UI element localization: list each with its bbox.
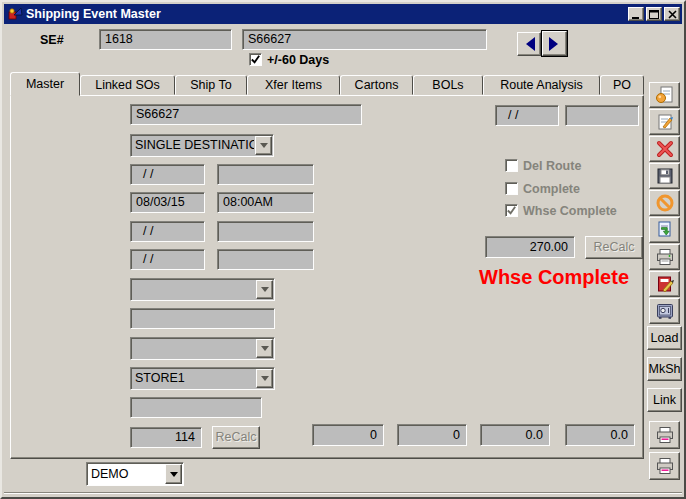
estimated-value-field[interactable]: 270.00 <box>485 236 575 258</box>
on-site-date-field[interactable]: / / <box>130 249 205 270</box>
del-route-checkbox[interactable] <box>505 159 518 172</box>
previous-record-button[interactable] <box>517 32 541 56</box>
new-note-icon <box>655 85 675 105</box>
maximize-icon <box>649 10 659 19</box>
truck-type-combo[interactable] <box>130 337 275 360</box>
whse-complete-label: Whse Complete <box>523 204 617 218</box>
chevron-down-icon <box>261 346 269 355</box>
red-notebook-pen-icon <box>655 274 675 294</box>
safe-icon <box>655 301 675 321</box>
arrow-right-icon <box>549 37 565 51</box>
check-icon <box>250 54 261 65</box>
whse-complete-status-banner: Whse Complete <box>479 266 629 289</box>
current-cubes-field[interactable]: 0.0 <box>565 424 635 446</box>
type-combo[interactable]: SINGLE DESTINATION <box>130 134 274 157</box>
estimated-value-recalc-button[interactable]: ReCalc <box>585 236 643 259</box>
tab-po[interactable]: PO <box>600 75 644 95</box>
print-button[interactable] <box>649 244 680 270</box>
link-button[interactable]: Link <box>647 388 682 412</box>
tab-bols[interactable]: BOLs <box>413 75 483 95</box>
cancel-button[interactable] <box>649 190 680 216</box>
close-icon <box>668 10 677 19</box>
se-name-field[interactable]: S66627 <box>130 104 362 125</box>
actual-ship-time-field[interactable] <box>565 105 639 126</box>
shipping-event-master-window: Shipping Event Master SE# 1618 S66627 +/… <box>0 0 686 499</box>
whse-complete-checkbox[interactable] <box>505 204 518 217</box>
tab-route-analysis[interactable]: Route Analysis <box>483 75 600 95</box>
load-time-field[interactable]: 08:00AM <box>217 192 314 213</box>
warehouse-combo-value: STORE1 <box>135 369 255 387</box>
printer-icon <box>655 425 675 445</box>
print-report-button-2[interactable] <box>649 452 680 480</box>
cutoff-date-field[interactable]: / / <box>130 164 205 185</box>
pickup-date-field[interactable]: / / <box>130 221 205 242</box>
days-range-label: +/-60 Days <box>267 53 329 67</box>
chevron-down-icon <box>261 287 269 296</box>
printer-icon <box>655 456 675 476</box>
bottom-divider <box>4 492 682 494</box>
cancel-circle-icon <box>655 193 675 213</box>
import-button[interactable] <box>649 217 680 243</box>
warehouse-combo-arrow[interactable] <box>256 369 273 388</box>
cid-combo-value: DEMO <box>91 465 164 483</box>
save-button[interactable] <box>649 163 680 189</box>
close-button[interactable] <box>664 7 680 21</box>
ship-via-combo-arrow[interactable] <box>256 280 273 299</box>
chevron-down-icon <box>261 376 269 385</box>
type-combo-value: SINGLE DESTINATION <box>135 136 254 154</box>
tab-linked-sos[interactable]: Linked SOs <box>80 75 175 95</box>
days-range-checkbox[interactable] <box>249 53 262 66</box>
se-number-field[interactable]: 1618 <box>99 29 232 50</box>
chevron-down-icon <box>260 143 268 152</box>
maximize-button[interactable] <box>646 7 662 21</box>
delete-x-icon <box>655 139 675 159</box>
minimize-icon <box>631 10 641 19</box>
edit-button[interactable] <box>649 109 680 135</box>
estimated-lbs-recalc-button[interactable]: ReCalc <box>212 426 260 449</box>
type-combo-arrow[interactable] <box>255 136 272 155</box>
import-doc-icon <box>655 220 675 240</box>
check-icon <box>506 205 517 216</box>
max-cubes-field[interactable]: 0.0 <box>480 424 550 446</box>
load-button[interactable]: Load <box>647 326 682 350</box>
tab-cartons[interactable]: Cartons <box>340 75 413 95</box>
se-name-search-field[interactable]: S66627 <box>242 29 487 50</box>
truck-type-combo-arrow[interactable] <box>256 339 273 358</box>
warehouse-combo[interactable]: STORE1 <box>130 367 275 390</box>
pickup-time-field[interactable] <box>217 221 314 242</box>
cid-combo-arrow[interactable] <box>165 464 182 484</box>
title-bar[interactable]: Shipping Event Master <box>4 4 682 24</box>
sales-order-field[interactable] <box>130 397 262 418</box>
complete-checkbox[interactable] <box>505 182 518 195</box>
current-lbs-field[interactable]: 0 <box>397 424 467 446</box>
chevron-down-icon <box>170 472 178 481</box>
cutoff-time-field[interactable] <box>217 164 314 185</box>
minimize-button[interactable] <box>628 7 644 21</box>
tab-ship-to[interactable]: Ship To <box>175 75 247 95</box>
on-site-time-field[interactable] <box>217 249 314 270</box>
tab-master[interactable]: Master <box>10 72 80 96</box>
mksh-button[interactable]: MkSh <box>647 357 682 381</box>
cid-combo[interactable]: DEMO <box>86 462 184 486</box>
max-lbs-field[interactable]: 0 <box>312 424 384 446</box>
tab-xfer-items[interactable]: Xfer Items <box>247 75 340 95</box>
estimated-lbs-field[interactable]: 114 <box>130 427 202 448</box>
carrier-field[interactable] <box>130 308 275 329</box>
notes-button[interactable] <box>649 271 680 297</box>
ship-via-combo[interactable] <box>130 278 275 301</box>
delete-button[interactable] <box>649 136 680 162</box>
edit-icon <box>655 112 675 132</box>
printer-icon <box>655 247 675 267</box>
next-record-button[interactable] <box>542 31 567 56</box>
load-date-field[interactable]: 08/03/15 <box>130 192 205 213</box>
actual-ship-date-field[interactable]: / / <box>495 105 559 126</box>
truck-type-combo-box <box>130 337 275 360</box>
new-note-button[interactable] <box>649 82 680 108</box>
print-report-button-1[interactable] <box>649 421 680 449</box>
app-icon <box>8 7 24 21</box>
complete-label: Complete <box>523 182 580 196</box>
window-title: Shipping Event Master <box>26 7 161 21</box>
del-route-label: Del Route <box>523 159 581 173</box>
se-number-label: SE# <box>40 33 64 47</box>
safe-button[interactable] <box>649 298 680 324</box>
